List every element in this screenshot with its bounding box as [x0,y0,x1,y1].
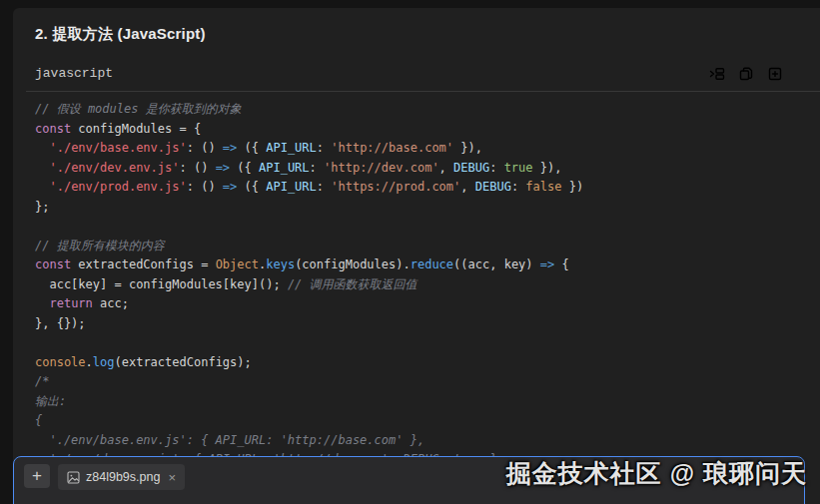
code-toolbar [709,66,783,82]
code-line: const extractedConfigs = Object.keys(con… [35,255,816,275]
add-attachment-button[interactable]: + [24,464,50,488]
attachment-chip[interactable]: z84l9b9s.png × [58,464,185,490]
code-line: return acc; [35,294,816,314]
code-line: /* [35,372,816,392]
expand-icon [767,66,783,82]
code-line: './env/prod.env.js': () => ({ API_URL: '… [35,178,816,198]
code-line: }, {}); [35,314,816,334]
code-language-label: javascript [35,66,113,81]
code-line: 输出: [35,392,816,412]
image-icon [67,471,80,484]
code-line [35,217,816,237]
watermark-text: 掘金技术社区 @ 琅琊问天 [506,457,807,490]
code-block-header: javascript [26,56,820,92]
code-line: }; [35,198,816,218]
remove-attachment-icon[interactable]: × [166,470,176,485]
section-title: 2. 提取方法 (JavaScript) [35,25,206,44]
insert-code-icon [709,66,725,82]
code-line: './env/dev.env.js': () => ({ API_URL: 'h… [35,159,816,179]
code-line: './env/base.env.js': () => ({ API_URL: '… [35,139,816,159]
insert-code-button[interactable] [709,66,725,82]
code-line [35,333,816,353]
expand-button[interactable] [767,66,783,82]
code-content: // 假设 modules 是你获取到的对象const configModule… [35,100,816,504]
code-line: // 提取所有模块的内容 [35,237,816,256]
code-line: acc[key] = configModules[key](); // 调用函数… [35,275,816,295]
attachment-filename: z84l9b9s.png [86,470,160,484]
code-line: // 假设 modules 是你获取到的对象 [35,100,816,120]
code-line: const configModules = { [35,120,816,140]
copy-icon [738,66,754,82]
code-line: './env/base.env.js': { API_URL: 'http://… [35,431,816,451]
copy-button[interactable] [738,66,754,82]
content-panel: 2. 提取方法 (JavaScript) javascript [13,8,820,504]
code-line: { [35,411,816,431]
code-line: console.log(extractedConfigs); [35,353,816,373]
